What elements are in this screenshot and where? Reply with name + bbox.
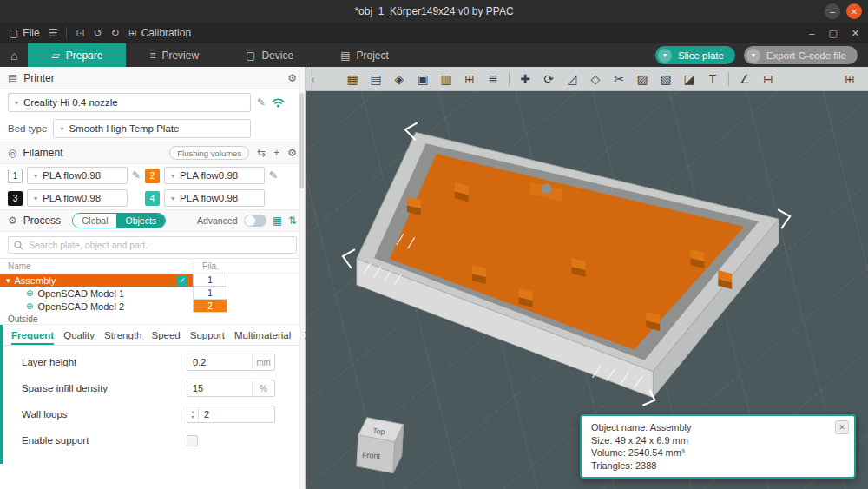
tab-support[interactable]: Support — [190, 325, 225, 345]
variable-layer-height-icon[interactable]: ≣ — [485, 72, 501, 86]
add-filament-icon[interactable]: + — [273, 147, 279, 159]
layer-height-input[interactable] — [187, 357, 252, 367]
sync-filament-icon[interactable]: ⇆ — [257, 147, 266, 159]
flatten-icon[interactable]: ◇ — [588, 72, 603, 86]
scope-global-button[interactable]: Global — [73, 214, 116, 228]
cut-icon[interactable]: ✂ — [611, 72, 627, 86]
undo-icon[interactable]: ↺ — [94, 27, 102, 39]
close-button[interactable]: ✕ — [846, 3, 862, 19]
scope-objects-button[interactable]: Objects — [116, 214, 165, 228]
model-tray[interactable] — [357, 132, 779, 398]
scrollbar-thumb[interactable] — [299, 93, 304, 188]
cube-front-label[interactable]: Front — [362, 451, 381, 460]
menu-list-icon[interactable]: ☰ — [49, 27, 58, 39]
calibration-label: Calibration — [141, 27, 191, 39]
assembly-filament-cell[interactable]: 1 — [193, 274, 227, 287]
seam-icon[interactable]: ◪ — [681, 72, 697, 86]
filament-1-select[interactable]: ▾ PLA flow0.98 — [27, 167, 128, 184]
assembly-label: Assembly — [15, 275, 56, 286]
tab-multimaterial[interactable]: Multimaterial — [234, 325, 291, 345]
plate-settings-icon[interactable]: ▦ — [345, 72, 360, 86]
objects-table-icon[interactable]: ▦ — [273, 215, 282, 227]
menubar: ▢ File ☰ ⊡ ↺ ↻ ⊞ Calibration – ▢ ✕ — [0, 23, 868, 43]
tab-prepare[interactable]: ▱ Prepare — [28, 43, 126, 67]
bed-type-select[interactable]: ▾ Smooth High Temp Plate — [53, 119, 251, 138]
wifi-icon[interactable] — [272, 97, 285, 108]
export-gcode-button[interactable]: ▾ Export G-code file — [744, 46, 858, 64]
model-2-filament-cell[interactable]: 2 — [193, 300, 227, 313]
scale-icon[interactable]: ◿ — [564, 72, 580, 86]
slice-plate-button[interactable]: ▾ Slice plate — [655, 46, 735, 64]
collapse-sidebar-icon[interactable]: ‹ — [306, 67, 319, 91]
tree-row-assembly[interactable]: ▾ Assembly ✓ 1 — [0, 274, 305, 287]
orientation-cube[interactable]: Top Front — [357, 418, 404, 473]
arrange-icon[interactable]: ▤ — [368, 72, 384, 86]
sparse-infill-density-input[interactable] — [187, 383, 252, 393]
rotate-icon[interactable]: ⟳ — [541, 72, 556, 86]
auto-orient-icon[interactable]: ◈ — [391, 72, 407, 86]
file-menu-label: File — [23, 27, 39, 39]
clone-icon[interactable]: ▥ — [438, 72, 454, 86]
minimize-button[interactable]: – — [825, 3, 840, 19]
file-menu[interactable]: ▢ File — [9, 27, 40, 39]
filament-1-badge[interactable]: 1 — [8, 169, 23, 183]
fill-plate-icon[interactable]: ▣ — [415, 72, 431, 86]
sidebar-scrollbar[interactable] — [299, 67, 305, 489]
flushing-volumes-button[interactable]: Flushing volumes — [169, 146, 249, 160]
filament-3-select[interactable]: ▾ PLA flow0.98 — [27, 189, 128, 207]
assembly-checkbox[interactable]: ✓ — [177, 275, 187, 286]
filament-4-badge[interactable]: 4 — [145, 191, 160, 206]
printer-preset-select[interactable]: ▾ Creality Hi 0.4 nozzle — [8, 93, 251, 112]
wall-loops-stepper[interactable]: ▴▾ — [187, 406, 199, 422]
move-icon[interactable]: ✚ — [517, 72, 533, 86]
window-maximize-icon[interactable]: ▢ — [828, 28, 837, 39]
text-icon[interactable]: T — [705, 72, 720, 86]
filament-4-select[interactable]: ▾ PLA flow0.98 — [164, 189, 265, 207]
info-close-icon[interactable]: ✕ — [835, 420, 849, 434]
redo-icon[interactable]: ↻ — [111, 27, 120, 39]
split-objects-icon[interactable]: ⊞ — [462, 72, 477, 86]
calibration-menu[interactable]: ⊞ Calibration — [128, 27, 191, 39]
printer-settings-icon[interactable]: ⚙ — [287, 72, 297, 84]
tree-row-model-1[interactable]: ⊕ OpenSCAD Model 1 1 — [0, 287, 305, 300]
edit-filament-1-icon[interactable]: ✎ — [132, 169, 141, 182]
tree-row-model-2[interactable]: ⊕ OpenSCAD Model 2 2 — [0, 300, 305, 313]
save-icon[interactable]: ⊡ — [76, 27, 84, 39]
tab-speed[interactable]: Speed — [151, 325, 180, 345]
viewport-3d[interactable]: Top Front ▦ ▤ ◈ ▣ ▥ ⊞ ≣ ✚ ⟳ ◿ ◇ ✂ ▨ ▧ ◪ … — [306, 67, 868, 489]
plate-nav-icon[interactable]: ⊞ — [842, 72, 858, 86]
cube-top-label[interactable]: Top — [372, 426, 385, 436]
name-column-header: Name — [0, 261, 193, 271]
edit-printer-icon[interactable]: ✎ — [257, 96, 266, 109]
filament-settings-icon[interactable]: ⚙ — [287, 147, 297, 159]
home-icon[interactable]: ⌂ — [10, 49, 17, 63]
model-1-filament-cell[interactable]: 1 — [193, 287, 227, 300]
tab-project[interactable]: ▤ Project — [317, 43, 412, 67]
tree-header: Name Fila. — [0, 259, 305, 274]
tab-strength[interactable]: Strength — [104, 325, 141, 345]
assembly-view-icon[interactable]: ⊟ — [760, 72, 776, 86]
tab-preview[interactable]: ≡ Preview — [126, 43, 222, 67]
process-sync-icon[interactable]: ⇅ — [288, 215, 297, 227]
window-minimize-icon[interactable]: – — [809, 28, 814, 39]
expander-icon[interactable]: ▾ — [6, 276, 10, 285]
enable-support-checkbox[interactable] — [187, 435, 198, 446]
main-tabbar: ⌂ ▱ Prepare ≡ Preview ▢ Device ▤ Project… — [0, 43, 868, 67]
advanced-toggle[interactable] — [244, 215, 266, 227]
search-input[interactable] — [29, 240, 291, 250]
support-paint-icon[interactable]: ▨ — [635, 72, 650, 86]
tab-frequent[interactable]: Frequent — [11, 325, 54, 345]
edit-filament-2-icon[interactable]: ✎ — [269, 169, 278, 182]
measure-icon[interactable]: ∠ — [737, 72, 753, 86]
wall-loops-input[interactable] — [199, 409, 274, 420]
filament-2-badge[interactable]: 2 — [145, 169, 160, 183]
tab-device[interactable]: ▢ Device — [222, 43, 317, 67]
export-dropdown-icon[interactable]: ▾ — [746, 49, 760, 63]
tab-quality[interactable]: Quality — [63, 325, 95, 345]
filament-2-select[interactable]: ▾ PLA flow0.98 — [164, 167, 265, 184]
filament-3-badge[interactable]: 3 — [8, 191, 23, 206]
slice-dropdown-icon[interactable]: ▾ — [658, 49, 672, 63]
settings-tabs: Frequent Quality Strength Speed Support … — [3, 325, 305, 346]
color-paint-icon[interactable]: ▧ — [658, 72, 674, 86]
window-close-icon[interactable]: ✕ — [852, 28, 859, 39]
